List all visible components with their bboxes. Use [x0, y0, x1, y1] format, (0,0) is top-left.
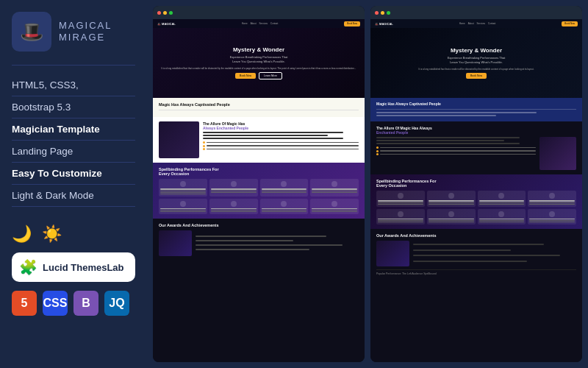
card-line: [479, 202, 525, 203]
mock-blue-divider: [376, 109, 576, 110]
bullet-dot: [203, 145, 205, 147]
card-icon: [549, 193, 555, 199]
card-lines: [429, 220, 474, 222]
brand-badge[interactable]: 🧩 Lucid ThemesLab: [12, 252, 135, 282]
card-lines: [312, 210, 357, 212]
preview-content-1: 🎩 MAGICAL Home About Services Contact Bo…: [153, 19, 365, 362]
card-line: [529, 222, 575, 222]
card-lines: [211, 191, 257, 193]
mock-hero-subtitle-2: Experience Breathtaking Performances Tha…: [419, 56, 534, 64]
mock-card: [159, 199, 207, 215]
light-mode-icon[interactable]: ☀️: [42, 224, 62, 244]
card-line: [529, 220, 575, 221]
card-line: [429, 204, 474, 205]
card-title: [312, 188, 357, 190]
card-title: [429, 200, 474, 202]
mock-section-4d: Our Awards And Achievements Popular Perf…: [370, 229, 582, 280]
card-title: [479, 200, 525, 202]
mock-logo-2: 🎩 MAGICAL: [375, 22, 393, 26]
preview-2: 🎩 MAGICAL Home About Services Contact Bo…: [370, 6, 582, 362]
card-lines: [262, 210, 307, 212]
mock-hero-subtitle: Experience Breathtaking Performances Tha…: [162, 55, 356, 63]
feature-item: Landing Page: [12, 141, 135, 163]
feature-item-customize: Easy To Customize: [12, 163, 135, 185]
card-lines: [429, 202, 474, 205]
feature-item: Light & Dark Mode: [12, 185, 135, 207]
card-title: [378, 200, 423, 202]
mock-text-line: [376, 143, 520, 144]
card-line: [312, 211, 357, 212]
card-icon: [398, 211, 404, 217]
mock-hero-title: Mystery & Wonder: [162, 46, 356, 53]
mock-nav-2: 🎩 MAGICAL Home About Services Contact Bo…: [370, 19, 582, 28]
card-line: [160, 191, 206, 191]
card-line: [211, 210, 257, 210]
card-line: [312, 192, 357, 193]
left-panel: 🎩 MAGICAL MIRAGE HTML5, CSS3, Bootstrap …: [0, 0, 147, 368]
card-line: [429, 220, 474, 221]
logo-name: MAGICAL MIRAGE: [59, 20, 112, 43]
feature-item: HTML5, CSS3,: [12, 74, 135, 96]
mock-award-text: [196, 230, 359, 256]
close-dot: [375, 11, 379, 15]
nav-link: About: [468, 22, 474, 25]
card-title: [479, 219, 525, 220]
card-line: [211, 191, 257, 191]
theme-toggles: 🌙 ☀️: [12, 217, 135, 252]
mock-awards-title: Our Awards And Achievements: [159, 223, 359, 227]
card-title: [262, 188, 307, 190]
mock-site-2: 🎩 MAGICAL Home About Services Contact Bo…: [370, 19, 582, 362]
mock-card: [427, 191, 476, 207]
mock-two-col-2: [376, 137, 576, 170]
mock-divider: [159, 110, 359, 110]
mock-section-blue: Magic Has Always Captivated People: [370, 98, 582, 121]
mock-section1-title: Magic Has Always Captivated People: [159, 102, 359, 107]
card-line: [378, 220, 423, 221]
card-lines: [529, 202, 575, 205]
mock-allure-title-2: The Allure Of Magic Has AlwaysEnchanted …: [376, 126, 576, 135]
bullet-text: [380, 154, 536, 155]
minimize-dot: [381, 11, 384, 15]
mock-hero-content-2: Mystery & Wonder Experience Breathtaking…: [415, 43, 539, 82]
card-line: [429, 222, 474, 222]
card-lines: [262, 191, 307, 193]
nav-link: About: [251, 22, 257, 25]
mock-two-col: The Allure Of Magic HasAlways Enchanted …: [159, 121, 359, 158]
bullet-text: [380, 147, 536, 149]
mock-site-1: 🎩 MAGICAL Home About Services Contact Bo…: [153, 19, 365, 362]
card-line: [429, 202, 474, 203]
award-line: [196, 236, 326, 237]
css-badge: CSS: [43, 291, 68, 316]
mock-section-blue-title: Magic Has Always Captivated People: [376, 102, 576, 106]
card-title: [211, 208, 257, 210]
mock-card: [376, 209, 425, 225]
mock-card: [528, 191, 576, 207]
mock-image-2: [539, 137, 576, 170]
dark-mode-icon[interactable]: 🌙: [12, 224, 32, 244]
mock-cta-btn-2: Book Now: [562, 21, 578, 26]
mock-line: [376, 115, 496, 116]
mock-card: [478, 191, 526, 207]
bullet-dot: [376, 150, 379, 152]
card-icon: [331, 181, 337, 187]
mock-card: [478, 209, 526, 225]
mock-card: [528, 209, 576, 225]
mock-bullet-item: [203, 145, 359, 147]
card-lines: [479, 220, 525, 222]
mock-section-3d: Spellbinding Performances ForEvery Occas…: [370, 174, 582, 229]
logo-icon: 🎩: [12, 12, 51, 52]
mock-nav: 🎩 MAGICAL Home About Services Contact Bo…: [153, 19, 365, 28]
card-title: [211, 188, 257, 190]
right-panel: 🎩 MAGICAL Home About Services Contact Bo…: [147, 0, 588, 368]
feature-item-magician: Magician Template: [12, 118, 135, 141]
card-line: [479, 204, 525, 205]
card-icon: [448, 211, 454, 217]
mock-bullet-item: [203, 148, 359, 150]
mock-award-text-2: [413, 241, 576, 266]
card-line: [479, 220, 525, 221]
card-icon: [180, 201, 186, 207]
tech-badges: 5 CSS B JQ: [12, 291, 135, 316]
bullet-text: [207, 145, 359, 146]
bullet-dot: [376, 153, 379, 155]
mock-cta-btn: Book Now: [344, 21, 360, 26]
